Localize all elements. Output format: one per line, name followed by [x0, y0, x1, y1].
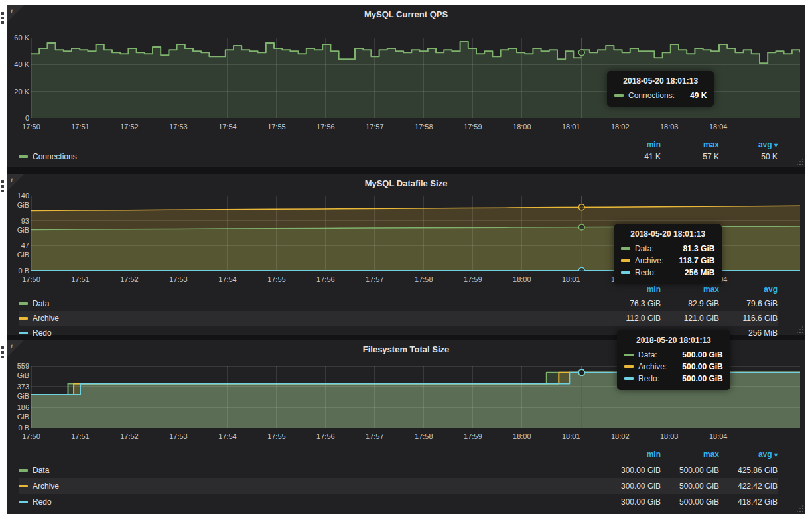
- y-axis-tick-label: 0: [7, 113, 29, 123]
- x-axis-tick-label: 17:58: [409, 275, 439, 284]
- legend-sort-header-min[interactable]: min: [602, 285, 661, 294]
- legend-sort-header-min[interactable]: min: [602, 450, 661, 459]
- legend-series-name: Redo: [33, 328, 52, 338]
- legend-sort-header-avg[interactable]: avg ▾: [719, 140, 778, 149]
- legend-header-label: max: [703, 140, 719, 149]
- legend-max-value: 500.00 GiB: [661, 482, 719, 491]
- legend-max-value: 121.0 GiB: [661, 314, 719, 323]
- tooltip-series-value: 49 K: [679, 90, 707, 101]
- legend-avg-value: 422.42 GiB: [719, 482, 778, 491]
- tooltip-qps: 2018-05-20 18:01:13 Connections:49 K: [607, 71, 714, 107]
- tooltip-series-row: Connections:49 K: [614, 90, 707, 101]
- x-axis-tick-label: 18:00: [508, 275, 537, 284]
- legend-series-toggle-data[interactable]: Data: [19, 299, 602, 308]
- legend-avg-value: 418.42 GiB: [719, 497, 778, 507]
- legend-series-toggle-redo[interactable]: Redo: [19, 328, 602, 338]
- legend-avg-value: 425.86 GiB: [719, 466, 778, 475]
- row-drag-handle[interactable]: [1, 180, 5, 196]
- x-axis-tick-label: 17:55: [262, 275, 291, 284]
- x-axis-tick-label: 17:54: [213, 275, 242, 284]
- panel-title[interactable]: MySQL Datafile Size: [7, 178, 805, 188]
- legend-series-name: Archive: [33, 314, 59, 323]
- tooltip-series-label: Data:: [638, 349, 657, 361]
- legend-min-value: 300.00 GiB: [602, 482, 661, 491]
- filesystem-legend: minmaxavg ▾Data300.00 GiB500.00 GiB425.8…: [19, 446, 778, 510]
- hover-point-marker: [578, 267, 584, 271]
- legend-avg-value: 116.6 GiB: [719, 314, 778, 323]
- x-axis-tick-label: 18:02: [606, 432, 635, 441]
- x-axis-tick-label: 18:04: [704, 432, 733, 441]
- legend-min-value: 300.00 GiB: [602, 497, 661, 507]
- legend-series-toggle-archive[interactable]: Archive: [19, 314, 602, 323]
- tooltip-series-row: Archive:500.00 GiB: [624, 361, 723, 373]
- series-color-dash-icon: [19, 155, 28, 158]
- legend-series-toggle-archive[interactable]: Archive: [19, 482, 602, 491]
- x-axis-tick-label: 18:02: [606, 122, 635, 131]
- row-drag-handle[interactable]: [1, 12, 5, 28]
- hover-point-marker: [578, 224, 584, 230]
- panel-resize-handle[interactable]: [797, 505, 803, 512]
- x-axis-tick-label: 18:00: [508, 432, 537, 441]
- series-color-dash-icon: [614, 94, 624, 97]
- qps-legend: minmaxavg ▾Connections41 K57 K50 K: [19, 139, 778, 162]
- legend-max-value: 57 K: [661, 152, 719, 161]
- tooltip-series-label: Archive:: [638, 361, 667, 373]
- x-axis-tick-label: 17:52: [115, 432, 144, 441]
- panel-title[interactable]: MySQL Current QPS: [7, 9, 805, 19]
- legend-min-value: 112.0 GiB: [602, 314, 661, 323]
- series-color-dash-icon: [621, 259, 630, 262]
- x-axis-tick-label: 17:52: [115, 122, 144, 131]
- legend-header-label: avg: [764, 285, 778, 294]
- x-axis-tick-label: 17:50: [17, 432, 46, 441]
- legend-sort-header-min[interactable]: min: [602, 140, 661, 149]
- x-axis-tick-label: 17:57: [360, 122, 389, 131]
- x-axis-tick-label: 17:58: [409, 122, 439, 131]
- legend-series-toggle-redo[interactable]: Redo: [19, 497, 602, 507]
- legend-avg-value: 50 K: [719, 152, 778, 161]
- y-axis-tick-label: 186 GiB: [7, 403, 29, 421]
- y-axis-tick-label: 373 GiB: [7, 382, 29, 401]
- legend-header-label: min: [647, 285, 661, 294]
- y-axis-tick-label: 93 GiB: [7, 216, 29, 235]
- y-axis-tick-label: 60 K: [7, 33, 29, 42]
- x-axis-tick-label: 18:01: [557, 122, 586, 131]
- legend-min-value: 300.00 GiB: [602, 466, 661, 475]
- x-axis-tick-label: 17:57: [360, 275, 389, 284]
- legend-sort-header-avg[interactable]: avg ▾: [719, 450, 778, 459]
- legend-series-toggle-data[interactable]: Data: [19, 466, 602, 475]
- series-color-dash-icon: [19, 317, 28, 320]
- tooltip-series-label: Redo:: [638, 373, 659, 385]
- legend-min-value: 41 K: [602, 152, 661, 161]
- series-color-dash-icon: [621, 247, 630, 250]
- legend-max-value: 500.00 GiB: [661, 497, 719, 507]
- panel-resize-handle[interactable]: [797, 326, 803, 333]
- tooltip-series-value: 500.00 GiB: [671, 349, 722, 361]
- series-color-dash-icon: [621, 271, 630, 274]
- grafana-dashboard-page: { "icons": { "info_icon": "i", "sort_car…: [0, 0, 812, 520]
- y-axis-tick-label: 0 B: [7, 423, 29, 432]
- legend-series-toggle-connections[interactable]: Connections: [19, 152, 602, 161]
- tooltip-datafile: 2018-05-20 18:01:13 Data:81.3 GiBArchive…: [614, 224, 722, 284]
- y-axis-tick-label: 140 GiB: [7, 191, 29, 210]
- tooltip-timestamp: 2018-05-20 18:01:13: [621, 229, 714, 239]
- legend-header-label: max: [703, 285, 719, 294]
- x-axis-tick-label: 17:59: [458, 432, 488, 441]
- tooltip-timestamp: 2018-05-20 18:01:13: [614, 76, 707, 86]
- tooltip-series-value: 256 MiB: [674, 267, 714, 279]
- legend-sort-header-max[interactable]: max: [661, 140, 719, 149]
- legend-series-name: Connections: [33, 152, 77, 161]
- tooltip-series-row: Data:500.00 GiB: [624, 349, 723, 361]
- legend-sort-header-max[interactable]: max: [661, 450, 719, 459]
- tooltip-series-value: 500.00 GiB: [671, 373, 722, 385]
- tooltip-series-value: 500.00 GiB: [671, 361, 722, 373]
- row-drag-handle[interactable]: [1, 346, 5, 362]
- x-axis-tick-label: 18:03: [655, 122, 684, 131]
- legend-series-name: Redo: [33, 497, 52, 507]
- panel-resize-handle[interactable]: [797, 159, 803, 165]
- series-color-dash-icon: [624, 354, 634, 356]
- legend-sort-header-avg[interactable]: avg: [719, 285, 778, 294]
- x-axis-tick-label: 17:51: [66, 122, 95, 131]
- x-axis-tick-label: 17:51: [66, 432, 95, 441]
- legend-sort-header-max[interactable]: max: [661, 285, 719, 294]
- legend-header-label: max: [703, 450, 719, 459]
